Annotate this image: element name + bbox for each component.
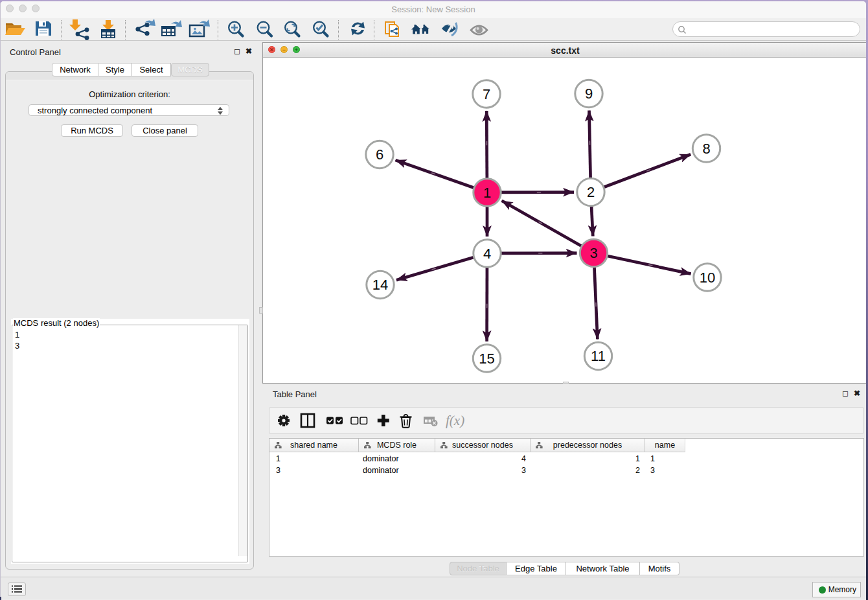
svg-text:2: 2 — [587, 184, 595, 200]
svg-text:f(x): f(x) — [446, 413, 464, 428]
svg-text:1: 1 — [483, 185, 491, 201]
svg-text:11: 11 — [591, 348, 606, 364]
svg-text:9: 9 — [585, 86, 593, 102]
svg-text:8: 8 — [702, 141, 710, 157]
svg-text:15: 15 — [479, 351, 494, 367]
svg-text:3: 3 — [589, 245, 597, 261]
svg-text:7: 7 — [483, 86, 490, 102]
svg-text:4: 4 — [483, 246, 491, 262]
svg-text:14: 14 — [372, 277, 388, 293]
svg-text:10: 10 — [700, 270, 715, 286]
svg-text:6: 6 — [376, 146, 383, 163]
